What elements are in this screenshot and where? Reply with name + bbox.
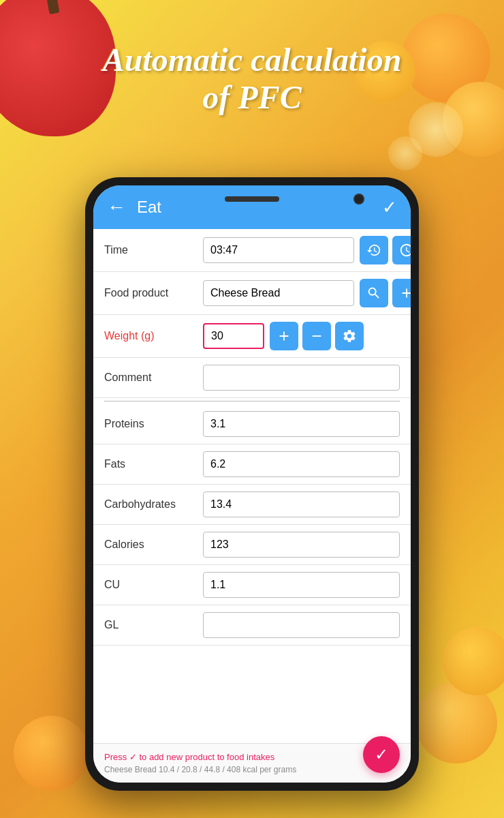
weight-settings-button[interactable] xyxy=(335,322,364,350)
cu-label: CU xyxy=(104,579,203,591)
bokeh-2 xyxy=(388,136,422,170)
proteins-value: 3.1 xyxy=(203,411,400,437)
cu-value: 1.1 xyxy=(203,572,400,598)
fats-label: Fats xyxy=(104,458,203,470)
fats-row: Fats 6.2 xyxy=(93,444,411,485)
calories-label: Calories xyxy=(104,539,203,551)
phone-screen: ← Eat ✓ Time xyxy=(93,185,411,783)
comment-label: Comment xyxy=(104,372,203,384)
fats-value: 6.2 xyxy=(203,451,400,477)
bottom-bar: Press ✓ to add new product to food intak… xyxy=(93,743,411,783)
weight-minus-button[interactable] xyxy=(302,322,331,350)
time-input[interactable] xyxy=(203,237,354,263)
fab-confirm-button[interactable]: ✓ xyxy=(363,736,400,773)
phone-camera xyxy=(353,194,364,204)
phone-speaker xyxy=(225,196,279,202)
form-area: Time xyxy=(93,229,411,743)
calories-row: Calories 123 xyxy=(93,525,411,565)
headline-line2: of PFC xyxy=(202,79,301,115)
bottom-sub-text: Cheese Bread 10.4 / 20.8 / 44.8 / 408 kc… xyxy=(104,765,400,774)
proteins-label: Proteins xyxy=(104,418,203,430)
headline: Automatic calculation of PFC xyxy=(0,41,504,116)
fruit-orange-6 xyxy=(14,716,89,791)
carbohydrates-value: 13.4 xyxy=(203,491,400,517)
food-product-label: Food product xyxy=(104,287,203,299)
time-row: Time xyxy=(93,229,411,272)
food-product-buttons xyxy=(360,279,411,307)
calories-value: 123 xyxy=(203,532,400,558)
add-food-button[interactable] xyxy=(392,279,411,307)
confirm-button[interactable]: ✓ xyxy=(382,197,397,218)
weight-input[interactable] xyxy=(203,323,264,349)
gl-label: GL xyxy=(104,619,203,631)
fruit-orange-5 xyxy=(443,627,504,695)
gl-row: GL xyxy=(93,605,411,646)
weight-buttons xyxy=(270,322,364,350)
search-button[interactable] xyxy=(360,279,388,307)
time-current-button[interactable] xyxy=(392,236,411,264)
bottom-info-text: Press ✓ to add new product to food intak… xyxy=(104,752,400,762)
food-product-row: Food product xyxy=(93,272,411,315)
weight-label: Weight (g) xyxy=(104,330,203,342)
phone-frame: ← Eat ✓ Time xyxy=(85,177,419,791)
proteins-row: Proteins 3.1 xyxy=(93,404,411,444)
comment-row: Comment xyxy=(93,358,411,398)
headline-line1: Automatic calculation xyxy=(103,42,402,78)
cu-row: CU 1.1 xyxy=(93,565,411,605)
top-bar: ← Eat ✓ xyxy=(93,185,411,229)
carbohydrates-row: Carbohydrates 13.4 xyxy=(93,485,411,525)
time-history-button[interactable] xyxy=(360,236,388,264)
app-container: ← Eat ✓ Time xyxy=(93,185,411,783)
back-button[interactable]: ← xyxy=(107,196,126,218)
divider xyxy=(104,401,400,402)
time-buttons xyxy=(360,236,411,264)
gl-value xyxy=(203,612,400,638)
food-product-input[interactable] xyxy=(203,280,354,306)
carbohydrates-label: Carbohydrates xyxy=(104,498,203,511)
weight-plus-button[interactable] xyxy=(270,322,298,350)
weight-row: Weight (g) xyxy=(93,315,411,358)
time-label: Time xyxy=(104,244,203,256)
fab-check-icon: ✓ xyxy=(375,745,388,764)
comment-input[interactable] xyxy=(203,365,400,391)
header-area: Automatic calculation of PFC xyxy=(0,41,504,116)
